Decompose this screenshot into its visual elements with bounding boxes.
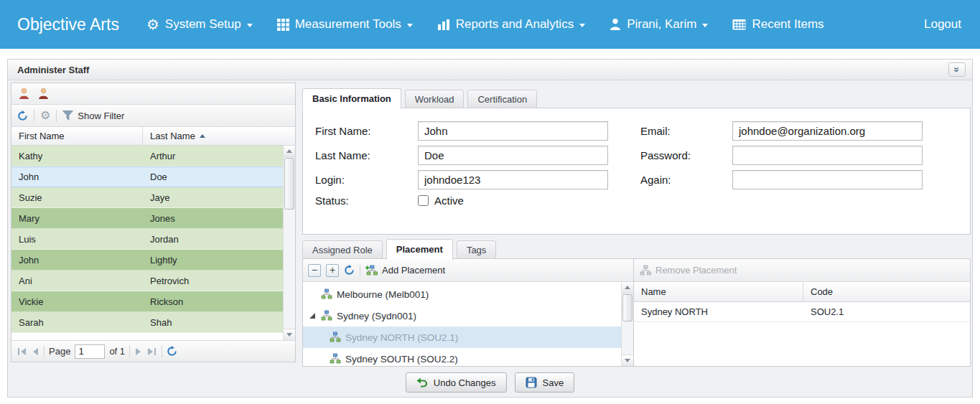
- login-input[interactable]: [418, 170, 608, 189]
- double-chevron-down-icon: »: [952, 67, 962, 72]
- staff-person-button-2[interactable]: [37, 88, 50, 100]
- undo-icon: [416, 377, 428, 388]
- refresh-icon: [167, 346, 177, 357]
- table-row[interactable]: VickieRickson: [11, 291, 283, 312]
- password-label: Password:: [640, 149, 732, 161]
- pagination-toolbar: Page of 1: [11, 340, 295, 362]
- tree-node-melbourne[interactable]: Melbourne (Melb001): [303, 283, 621, 305]
- first-page-button[interactable]: [17, 347, 27, 357]
- collapse-all-button[interactable]: −: [308, 264, 321, 277]
- placement-toolbar: − + Add Placement: [303, 259, 633, 282]
- chevron-down-icon: [702, 24, 708, 27]
- pager-refresh-button[interactable]: [167, 346, 177, 357]
- cell-first-name: Vickie: [11, 296, 143, 307]
- vertical-scrollbar[interactable]: [283, 146, 295, 340]
- tree-node-sydney-north[interactable]: Sydney NORTH (SOU2.1): [303, 327, 621, 348]
- column-header-name[interactable]: Name: [634, 282, 803, 301]
- tree-refresh-button[interactable]: [344, 265, 355, 276]
- table-row[interactable]: SarahShah: [11, 312, 283, 333]
- menu-recent-items[interactable]: Recent Items: [732, 17, 823, 32]
- scroll-down-button[interactable]: [284, 329, 295, 340]
- tree-node-sydney[interactable]: Sydney (Sydn001): [303, 305, 621, 327]
- refresh-button[interactable]: [17, 111, 28, 121]
- table-row[interactable]: LuisJordan: [11, 229, 283, 250]
- tab-certification[interactable]: Certification: [467, 90, 537, 108]
- scrollbar-track[interactable]: [622, 322, 633, 354]
- page-of-label: of 1: [109, 346, 125, 357]
- remove-placement-button[interactable]: Remove Placement: [639, 265, 737, 276]
- next-page-button[interactable]: [134, 347, 142, 357]
- last-name-input[interactable]: [418, 146, 608, 165]
- page-number-input[interactable]: [75, 344, 105, 359]
- tab-basic-information[interactable]: Basic Information: [302, 88, 401, 109]
- menu-reports-analytics-label: Reports and Analytics: [456, 17, 574, 32]
- app-logo: Objective Arts: [17, 15, 119, 34]
- password-input[interactable]: [732, 146, 923, 165]
- staff-grid-rows: KathyArthur JohnDoe SuzieJaye MaryJones …: [11, 146, 283, 340]
- tree-expanded-arrow-icon[interactable]: [309, 313, 315, 319]
- chevron-down-icon: [407, 24, 413, 27]
- table-row-selected[interactable]: JohnDoe: [11, 166, 283, 187]
- first-name-input[interactable]: [418, 121, 608, 141]
- save-button[interactable]: Save: [515, 372, 575, 393]
- cell-first-name: John: [11, 172, 143, 182]
- tree-node-sydney-south[interactable]: Sydney SOUTH (SOU2.2): [303, 348, 621, 366]
- triangle-right-icon: [148, 348, 153, 355]
- scroll-up-button[interactable]: [622, 282, 633, 293]
- table-row[interactable]: SuzieJaye: [11, 187, 283, 208]
- table-row[interactable]: KathyArthur: [11, 146, 283, 166]
- table-row[interactable]: JohnLightly: [11, 250, 283, 271]
- staff-person-button-1[interactable]: [18, 88, 30, 100]
- tab-assigned-role[interactable]: Assigned Role: [302, 240, 383, 259]
- sort-ascending-icon: [200, 134, 205, 138]
- active-checkbox[interactable]: [418, 195, 429, 206]
- password-again-input[interactable]: [732, 170, 923, 189]
- first-name-label: First Name:: [315, 125, 418, 137]
- tree-vertical-scrollbar[interactable]: [621, 282, 633, 366]
- triangle-up-icon: [286, 149, 292, 153]
- panel-collapse-button[interactable]: »: [948, 62, 966, 77]
- grid-icon: [277, 19, 289, 31]
- menu-user-account[interactable]: Pirani, Karim: [610, 17, 708, 32]
- staff-grid-panel: ⚙ Show Filter First Name Last Name Kat: [11, 83, 296, 362]
- menu-reports-analytics[interactable]: Reports and Analytics: [437, 17, 585, 32]
- tab-placement[interactable]: Placement: [386, 239, 453, 260]
- tab-workload[interactable]: Workload: [405, 90, 465, 108]
- add-placement-button[interactable]: Add Placement: [365, 265, 445, 276]
- last-page-button[interactable]: [146, 347, 157, 357]
- menu-system-setup[interactable]: ⚙ System Setup: [146, 17, 253, 32]
- objective-arts-app: Objective Arts ⚙ System Setup Measuremen…: [0, 0, 980, 404]
- scrollbar-track[interactable]: [284, 210, 295, 329]
- email-input[interactable]: [732, 121, 923, 141]
- scroll-up-button[interactable]: [284, 146, 295, 157]
- scrollbar-thumb[interactable]: [622, 294, 633, 321]
- column-header-first-name[interactable]: First Name: [11, 127, 143, 145]
- staff-grid-header: First Name Last Name: [11, 127, 295, 146]
- expand-all-button[interactable]: +: [326, 264, 339, 277]
- cell-first-name: Kathy: [11, 151, 143, 161]
- column-header-code[interactable]: Code: [803, 282, 970, 301]
- scrollbar-thumb[interactable]: [284, 158, 294, 210]
- grid-settings-button[interactable]: ⚙: [40, 110, 50, 121]
- scroll-down-button[interactable]: [622, 354, 633, 366]
- show-filter-button[interactable]: Show Filter: [62, 111, 124, 121]
- previous-page-button[interactable]: [32, 347, 39, 357]
- toolbar-separator: [44, 345, 45, 357]
- table-row[interactable]: MaryJones: [11, 208, 283, 229]
- table-row[interactable]: AniPetrovich: [11, 271, 283, 291]
- placement-row[interactable]: Sydney NORTH SOU2.1: [634, 302, 970, 322]
- toolbar-separator: [162, 345, 162, 357]
- tree-node-label: Sydney (Sydn001): [337, 311, 416, 321]
- tab-tags[interactable]: Tags: [457, 240, 496, 259]
- column-header-last-name[interactable]: Last Name: [143, 127, 295, 145]
- gear-icon: ⚙: [146, 17, 159, 32]
- password-again-label: Again:: [640, 174, 732, 186]
- status-label: Status:: [315, 194, 418, 207]
- bar-icon: [18, 348, 19, 355]
- page-title: Administer Staff: [17, 65, 89, 75]
- undo-changes-button[interactable]: Undo Changes: [406, 372, 507, 393]
- cell-first-name: John: [11, 255, 143, 266]
- main-menu: ⚙ System Setup Measurement Tools Reports…: [146, 17, 824, 32]
- logout-link[interactable]: Logout: [924, 17, 961, 32]
- menu-measurement-tools[interactable]: Measurement Tools: [277, 17, 413, 32]
